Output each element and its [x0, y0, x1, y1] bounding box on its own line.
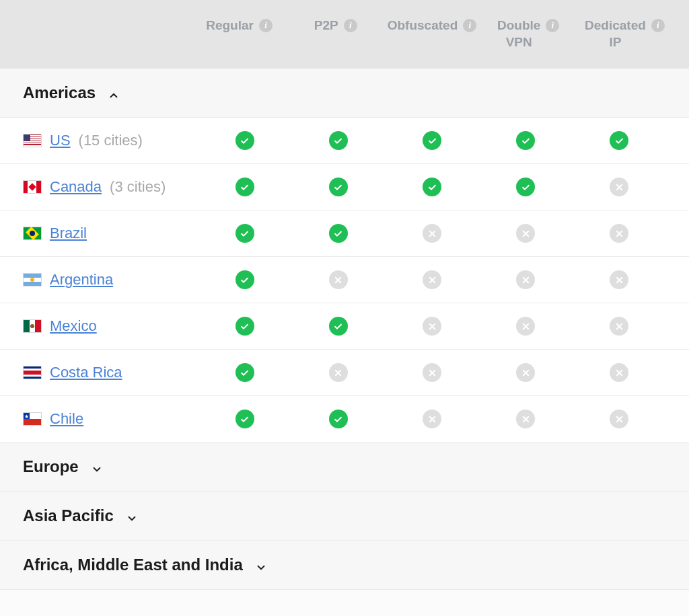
status-cols [198, 270, 666, 289]
country-cell: Canada(3 cities) [23, 178, 198, 196]
status-cell-regular [198, 363, 291, 382]
column-label: Obfuscated [388, 17, 458, 34]
region-title: Americas [23, 83, 96, 102]
country-link[interactable]: Brazil [50, 225, 87, 242]
status-cols [198, 363, 666, 382]
chevron-down-icon [255, 559, 267, 571]
region-header[interactable]: Asia Pacific [0, 492, 689, 541]
check-icon [235, 178, 254, 196]
status-cell-regular [198, 410, 291, 428]
region-header[interactable]: Africa, Middle East and India [0, 541, 689, 590]
country-row: Chile [0, 396, 689, 442]
cross-icon [610, 317, 628, 336]
column-header-obfuscated: Obfuscatedi [384, 17, 480, 50]
flag-icon [23, 273, 42, 286]
status-cell-p2p [291, 317, 385, 336]
check-icon [235, 363, 254, 382]
cross-icon [516, 410, 535, 428]
status-cell-dedicated [573, 270, 666, 289]
status-cell-doublevpn [479, 410, 573, 428]
flag-icon [23, 366, 42, 379]
status-cell-doublevpn [479, 131, 573, 150]
info-icon[interactable]: i [463, 19, 476, 32]
country-link[interactable]: Costa Rica [50, 364, 122, 381]
status-cell-p2p [291, 178, 385, 196]
status-cell-obfuscated [385, 363, 478, 382]
flag-icon [23, 319, 42, 333]
cross-icon [423, 363, 441, 382]
country-cell: Costa Rica [23, 364, 198, 381]
status-cell-dedicated [573, 317, 666, 336]
country-row: Costa Rica [0, 350, 689, 396]
header-columns: RegulariP2PiObfuscatediDoubleVPNiDedicat… [191, 17, 673, 50]
status-cell-obfuscated [385, 410, 478, 428]
check-icon [610, 131, 628, 150]
status-cell-doublevpn [479, 178, 573, 196]
country-sub: (3 cities) [110, 178, 166, 196]
check-icon [329, 131, 348, 150]
status-cell-regular [198, 178, 291, 196]
status-cell-dedicated [573, 178, 666, 196]
chevron-up-icon [108, 87, 120, 99]
status-cell-doublevpn [479, 317, 573, 336]
cross-icon [610, 224, 628, 243]
chevron-down-icon [126, 510, 138, 522]
country-sub: (15 cities) [79, 132, 143, 149]
column-label: DoubleVPN [497, 17, 540, 50]
country-row: US(15 cities) [0, 118, 689, 164]
cross-icon [610, 178, 628, 196]
column-header-dedicated: DedicatedIPi [577, 17, 673, 50]
status-cols [198, 410, 666, 428]
cross-icon [423, 224, 441, 243]
check-icon [423, 131, 441, 150]
country-cell: Brazil [23, 225, 198, 242]
info-icon[interactable]: i [259, 19, 273, 32]
country-link[interactable]: Chile [50, 410, 83, 428]
info-icon[interactable]: i [546, 19, 559, 32]
cross-icon [516, 270, 535, 289]
status-cell-regular [198, 317, 291, 336]
cross-icon [329, 270, 348, 289]
columns-header: RegulariP2PiObfuscatediDoubleVPNiDedicat… [0, 0, 689, 69]
cross-icon [423, 317, 441, 336]
country-link[interactable]: Canada [50, 178, 102, 196]
region-header[interactable]: Americas [0, 69, 689, 118]
status-cell-p2p [291, 363, 385, 382]
info-icon[interactable]: i [344, 19, 357, 32]
country-cell: Mexico [23, 317, 198, 335]
country-link[interactable]: US [50, 132, 71, 149]
cross-icon [610, 410, 628, 428]
status-cell-regular [198, 224, 291, 243]
country-row: Canada(3 cities) [0, 164, 689, 210]
cross-icon [516, 317, 535, 336]
status-cell-obfuscated [385, 224, 478, 243]
info-icon[interactable]: i [651, 19, 665, 32]
flag-icon [23, 180, 42, 194]
check-icon [235, 317, 254, 336]
check-icon [516, 131, 535, 150]
status-cell-regular [198, 131, 291, 150]
cross-icon [329, 363, 348, 382]
check-icon [423, 178, 441, 196]
flag-icon [23, 412, 42, 426]
cross-icon [516, 224, 535, 243]
country-cell: Chile [23, 410, 198, 428]
country-row: Mexico [0, 303, 689, 350]
check-icon [235, 410, 254, 428]
check-icon [516, 178, 535, 196]
status-cell-p2p [291, 224, 385, 243]
column-header-regular: Regulari [191, 17, 287, 50]
region-header[interactable]: Europe [0, 442, 689, 492]
cross-icon [423, 410, 441, 428]
status-cell-doublevpn [479, 270, 573, 289]
country-row: Brazil [0, 210, 689, 257]
country-row: Argentina [0, 257, 689, 303]
check-icon [329, 410, 348, 428]
country-link[interactable]: Argentina [50, 271, 113, 288]
status-cols [198, 131, 666, 150]
check-icon [329, 224, 348, 243]
country-link[interactable]: Mexico [50, 317, 97, 335]
status-cell-dedicated [573, 131, 666, 150]
cross-icon [516, 363, 535, 382]
check-icon [329, 178, 348, 196]
